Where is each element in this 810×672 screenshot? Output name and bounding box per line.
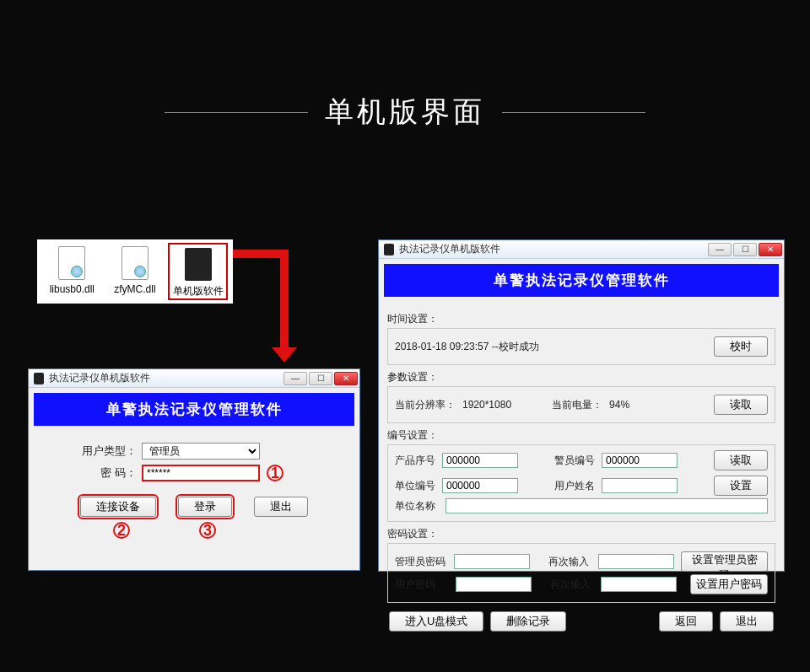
battery-value: 94% [609,399,629,411]
id-set-button[interactable]: 设置 [714,476,768,496]
red-arrow [233,243,359,361]
user-type-select[interactable]: 管理员 [142,443,260,460]
page-title: 单机版界面 [325,93,485,132]
udisk-mode-button[interactable]: 进入U盘模式 [389,611,483,632]
product-id-label: 产品序号 [395,454,439,468]
time-group: 2018-01-18 09:23:57 --校时成功 校时 [387,328,775,365]
pwd-group: 管理员密码 再次输入 设置管理员密码 用户密码 再次输入 设置用户密码 [387,543,775,603]
divider-left [165,112,308,113]
id-read-button[interactable]: 读取 [714,450,768,470]
app-header: 单警执法记录仪管理软件 [384,264,779,297]
minimize-button[interactable]: — [284,372,307,385]
dll-icon [58,246,85,280]
resolution-value: 1920*1080 [462,399,511,411]
set-admin-pwd-button[interactable]: 设置管理员密码 [681,551,768,572]
product-id-input[interactable] [442,453,518,468]
unit-id-label: 单位编号 [395,479,439,493]
file-label: 单机版软件 [173,284,224,298]
user-pwd-again-label: 再次输入 [550,578,594,592]
exit-button[interactable]: 退出 [254,497,308,517]
maximize-button[interactable]: ☐ [309,372,332,385]
file-libusb-dll[interactable]: libusb0.dll [42,243,102,300]
step-marker-1: 1 [267,465,284,481]
file-explorer-panel: libusb0.dll zfyMC.dll 单机版软件 [37,239,233,304]
titlebar[interactable]: 执法记录仪单机版软件 — ☐ ✕ [29,369,359,388]
maximize-button[interactable]: ☐ [733,243,757,256]
dll-icon [122,246,148,280]
management-window: 执法记录仪单机版软件 — ☐ ✕ 单警执法记录仪管理软件 时间设置： 2018-… [378,239,785,572]
officer-id-input[interactable] [602,453,678,468]
titlebar[interactable]: 执法记录仪单机版软件 — ☐ ✕ [379,240,784,259]
close-button[interactable]: ✕ [759,243,782,256]
unit-name-input[interactable] [446,498,768,513]
admin-pwd-input[interactable] [454,554,530,569]
user-name-input[interactable] [602,478,678,493]
app-header: 单警执法记录仪管理软件 [34,393,354,426]
window-title: 执法记录仪单机版软件 [399,242,500,256]
sync-time-button[interactable]: 校时 [714,336,768,357]
unit-name-label: 单位名称 [395,499,439,513]
set-user-pwd-button[interactable]: 设置用户密码 [690,574,768,594]
minimize-button[interactable]: — [708,243,732,256]
user-name-label: 用户姓名 [554,479,598,493]
param-group: 当前分辨率： 1920*1080 当前电量： 94% 读取 [387,386,775,423]
file-standalone-exe[interactable]: 单机版软件 [168,243,228,300]
step-marker-2: 2 [113,522,130,539]
bottom-button-row: 进入U盘模式 删除记录 返回 退出 [387,608,775,635]
user-pwd-label: 用户密码 [395,578,449,592]
password-input[interactable] [142,465,260,481]
id-group: 产品序号 警员编号 读取 单位编号 用户姓名 设置 [387,444,775,522]
exe-icon [185,248,212,281]
admin-pwd-again-input[interactable] [598,554,674,569]
divider-right [502,112,645,113]
time-status-text: 2018-01-18 09:23:57 --校时成功 [395,340,539,354]
back-button[interactable]: 返回 [659,611,713,632]
close-button[interactable]: ✕ [334,372,358,385]
connect-device-button[interactable]: 连接设备 [80,497,156,517]
login-window: 执法记录仪单机版软件 — ☐ ✕ 单警执法记录仪管理软件 用户类型： 管理员 密… [28,368,360,571]
login-button[interactable]: 登录 [178,497,232,517]
pwd-section-label: 密码设置： [387,527,775,541]
app-icon [34,373,44,384]
file-zfymc-dll[interactable]: zfyMC.dll [105,243,165,300]
window-title: 执法记录仪单机版软件 [49,371,150,385]
delete-records-button[interactable]: 删除记录 [490,611,566,632]
param-section-label: 参数设置： [387,370,775,384]
file-label: libusb0.dll [50,283,94,295]
battery-label: 当前电量： [552,398,602,412]
officer-id-label: 警员编号 [554,454,598,468]
user-pwd-input[interactable] [456,577,532,592]
id-section-label: 编号设置： [387,428,775,443]
exit-button[interactable]: 退出 [720,611,774,632]
page-heading-row: 单机版界面 [0,93,810,132]
password-label: 密 码： [78,465,137,481]
time-section-label: 时间设置： [387,312,775,326]
resolution-label: 当前分辨率： [395,398,456,412]
app-icon [384,244,394,255]
param-read-button[interactable]: 读取 [714,395,768,415]
user-type-label: 用户类型： [78,444,137,459]
admin-pwd-label: 管理员密码 [395,555,447,569]
step-marker-3: 3 [199,522,216,539]
unit-id-input[interactable] [442,478,518,493]
file-label: zfyMC.dll [114,283,155,295]
user-pwd-again-input[interactable] [601,577,677,592]
admin-pwd-again-label: 再次输入 [548,555,591,569]
